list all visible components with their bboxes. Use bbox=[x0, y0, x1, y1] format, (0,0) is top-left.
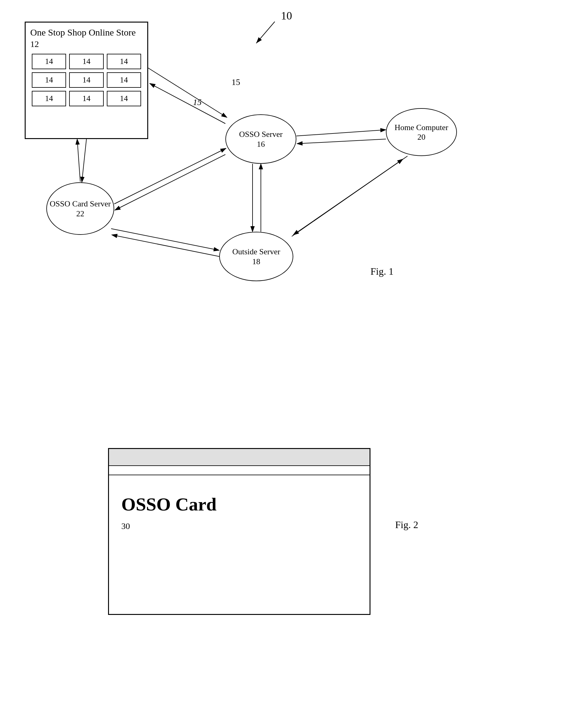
svg-line-7 bbox=[150, 83, 225, 124]
svg-line-5 bbox=[77, 139, 80, 182]
arrow-10-svg bbox=[250, 19, 287, 49]
list-item: 14 bbox=[32, 91, 66, 106]
osso-card-box: OSSO Card 30 bbox=[108, 448, 370, 615]
svg-line-9 bbox=[297, 139, 386, 144]
osso-card-server-num: 22 bbox=[76, 209, 84, 218]
svg-line-12 bbox=[114, 148, 226, 204]
fig1-caption: Fig. 1 bbox=[370, 266, 394, 277]
card-content: OSSO Card 30 bbox=[109, 475, 369, 537]
list-item: 14 bbox=[69, 91, 104, 106]
svg-line-1 bbox=[256, 22, 275, 43]
store-grid: 14 14 14 14 14 14 14 14 14 bbox=[30, 52, 143, 108]
svg-line-13 bbox=[115, 155, 225, 210]
home-computer-label: Home Computer bbox=[394, 122, 448, 133]
store-title: One Stop Shop Online Store bbox=[30, 27, 143, 38]
label-15b: 15 bbox=[231, 77, 240, 87]
osso-card-title: OSSO Card bbox=[121, 494, 357, 515]
osso-card-server-label: OSSO Card Server bbox=[50, 199, 111, 209]
online-store-box: One Stop Shop Online Store 12 14 14 14 1… bbox=[25, 22, 148, 139]
svg-line-8 bbox=[296, 130, 386, 136]
label-15a: 15 bbox=[193, 97, 201, 107]
list-item: 14 bbox=[69, 72, 104, 88]
list-item: 14 bbox=[107, 91, 141, 106]
list-item: 14 bbox=[107, 54, 141, 69]
figure-2-container: OSSO Card 30 Fig. 2 bbox=[92, 433, 463, 649]
page: 10 One Stop Shop Online Store 12 14 14 1… bbox=[0, 0, 577, 728]
svg-line-16 bbox=[293, 156, 408, 235]
list-item: 14 bbox=[32, 72, 66, 88]
list-item: 14 bbox=[107, 72, 141, 88]
svg-line-14 bbox=[111, 229, 219, 250]
card-label-num: 30 bbox=[121, 521, 357, 531]
osso-server-label: OSSO Server bbox=[239, 129, 283, 140]
outside-server-num: 18 bbox=[252, 257, 260, 266]
outside-server-label: Outside Server bbox=[232, 246, 280, 257]
store-label-num: 12 bbox=[30, 39, 143, 49]
osso-card-server-ellipse: OSSO Card Server 22 bbox=[46, 182, 114, 235]
osso-server-num: 16 bbox=[257, 140, 265, 149]
svg-line-15 bbox=[112, 235, 219, 257]
figure-1-container: 10 One Stop Shop Online Store 12 14 14 1… bbox=[16, 6, 556, 362]
osso-server-ellipse: OSSO Server 16 bbox=[225, 114, 296, 164]
svg-line-4 bbox=[82, 139, 86, 182]
fig2-caption: Fig. 2 bbox=[395, 519, 418, 530]
list-item: 14 bbox=[69, 54, 104, 69]
home-computer-ellipse: Home Computer 20 bbox=[386, 108, 457, 156]
svg-line-6 bbox=[148, 68, 227, 118]
list-item: 14 bbox=[32, 54, 66, 69]
home-computer-num: 20 bbox=[417, 133, 425, 142]
svg-line-17 bbox=[292, 159, 403, 236]
card-stripe-top bbox=[109, 449, 369, 466]
outside-server-ellipse: Outside Server 18 bbox=[219, 232, 293, 281]
card-stripe-second bbox=[109, 466, 369, 475]
